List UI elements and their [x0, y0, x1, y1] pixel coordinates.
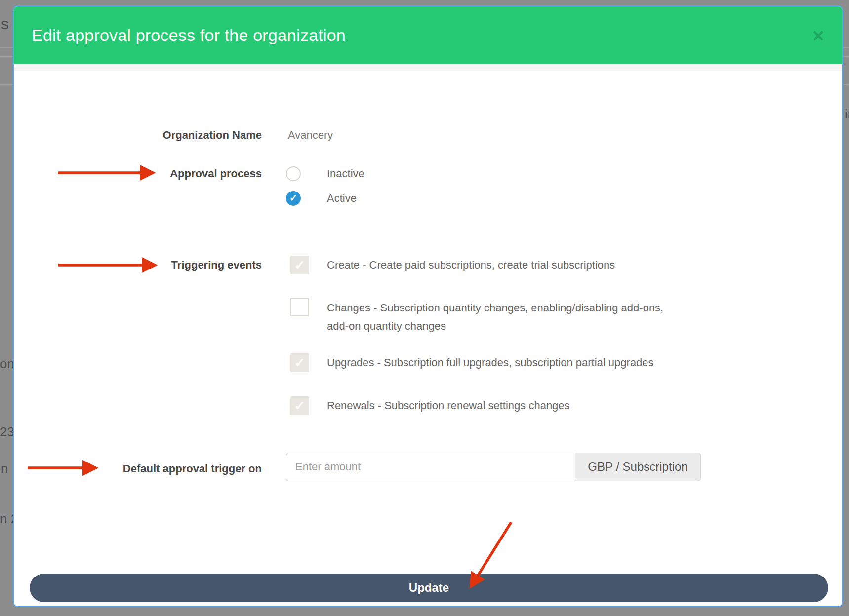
- check-icon: ✓: [290, 353, 309, 372]
- amount-input[interactable]: [286, 453, 575, 481]
- checkbox-create-label: Create - Create paid subscriptions, crea…: [327, 259, 615, 271]
- checkbox-renewals-label: Renewals - Subscription renewal settings…: [327, 399, 570, 412]
- checkbox-changes[interactable]: [290, 298, 309, 316]
- checkbox-upgrades: ✓: [290, 353, 309, 372]
- modal-header: Edit approval process for the organizati…: [14, 6, 842, 64]
- check-icon: ✓: [286, 191, 301, 206]
- background-text-fragment: n: [1, 461, 8, 476]
- modal-title: Edit approval process for the organizati…: [14, 26, 346, 45]
- organization-name-value: Avancery: [288, 129, 333, 142]
- checkbox-create: ✓: [290, 256, 309, 274]
- radio-inactive-label: Inactive: [327, 167, 364, 180]
- close-icon[interactable]: ✕: [809, 26, 828, 46]
- radio-inactive[interactable]: [286, 166, 301, 181]
- radio-active[interactable]: ✓: [286, 191, 301, 206]
- triggering-events-label: Triggering events: [53, 259, 262, 271]
- check-icon: ✓: [290, 256, 309, 274]
- organization-name-label: Organization Name: [53, 129, 262, 142]
- checkbox-renewals: ✓: [290, 396, 309, 415]
- check-icon: ✓: [290, 396, 309, 415]
- currency-unit-addon: GBP / Subscription: [575, 453, 701, 481]
- default-approval-trigger-label: Default approval trigger on: [53, 462, 262, 475]
- header-divider: [14, 64, 842, 71]
- background-text-fragment: in: [845, 107, 849, 122]
- background-text-fragment: on: [0, 356, 14, 372]
- update-button[interactable]: Update: [30, 574, 828, 602]
- approval-process-label: Approval process: [53, 167, 262, 180]
- checkbox-upgrades-label: Upgrades - Subscription full upgrades, s…: [327, 356, 654, 369]
- checkbox-changes-label: Changes - Subscription quantity changes,…: [327, 299, 678, 335]
- radio-active-label: Active: [327, 192, 357, 205]
- edit-approval-process-modal: Edit approval process for the organizati…: [13, 5, 843, 607]
